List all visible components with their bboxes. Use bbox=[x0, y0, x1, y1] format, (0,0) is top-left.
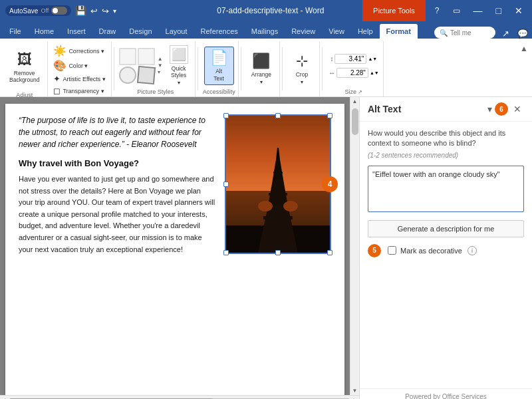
svg-rect-4 bbox=[263, 216, 293, 219]
panel-collapse-btn[interactable]: ▾ bbox=[485, 102, 495, 116]
scroll-thumb[interactable] bbox=[352, 108, 358, 135]
remove-bg-label: RemoveBackground bbox=[9, 70, 39, 83]
style-swatch-4[interactable] bbox=[137, 65, 156, 84]
style-swatch-1[interactable] bbox=[119, 48, 136, 65]
alt-text-icon: 📄 bbox=[210, 49, 228, 66]
generate-description-button[interactable]: Generate a description for me bbox=[368, 220, 524, 237]
handle-tm[interactable] bbox=[275, 113, 281, 118]
artistic-effects-button[interactable]: ✦ Artistic Effects ▾ bbox=[51, 73, 108, 84]
tab-mailings[interactable]: Mailings bbox=[245, 24, 285, 39]
height-up[interactable]: ▲▼ bbox=[368, 57, 377, 61]
handle-br[interactable] bbox=[327, 250, 332, 255]
scroll-down-styles[interactable]: ▼ bbox=[158, 63, 163, 68]
width-input[interactable] bbox=[336, 68, 368, 78]
crop-button[interactable]: ⊹ Crop ▾ bbox=[287, 50, 317, 88]
remove-background-button[interactable]: 🖼 RemoveBackground bbox=[4, 44, 45, 90]
tab-insert[interactable]: Insert bbox=[61, 24, 92, 39]
autosave-state: Off bbox=[41, 7, 49, 14]
scroll-up-styles[interactable]: ▲ bbox=[158, 56, 163, 62]
handle-bl[interactable] bbox=[223, 250, 229, 255]
color-button[interactable]: 🎨 Color ▾ bbox=[51, 59, 90, 72]
main-area: 4 “The purpose of life is to live it, to… bbox=[0, 97, 532, 399]
search-input[interactable] bbox=[450, 29, 490, 37]
corrections-icon: ☀️ bbox=[53, 45, 66, 57]
arrange-button[interactable]: ⬛ Arrange ▾ bbox=[246, 50, 277, 88]
tab-view[interactable]: View bbox=[322, 24, 351, 39]
ribbon-group-crop: ⊹ Crop ▾ bbox=[285, 41, 320, 96]
height-input[interactable] bbox=[334, 54, 366, 64]
ribbon-collapse-btn[interactable]: ▲ bbox=[517, 41, 531, 56]
window-help-icon[interactable]: ? bbox=[431, 5, 444, 17]
tab-home[interactable]: Home bbox=[28, 24, 61, 39]
size-expand[interactable]: ↗ bbox=[358, 89, 362, 95]
tab-references[interactable]: References bbox=[194, 24, 245, 39]
alt-text-panel: Alt Text ▾ 6 ✕ How would you describe th… bbox=[359, 97, 532, 399]
redo-icon[interactable]: ↪ bbox=[102, 6, 109, 16]
style-swatch-2[interactable] bbox=[138, 48, 155, 65]
handle-bm[interactable] bbox=[275, 250, 281, 255]
quick-styles-button[interactable]: ⬜ QuickStyles ▾ bbox=[166, 47, 192, 85]
accessibility-label: Accessibility bbox=[203, 87, 235, 96]
tab-help[interactable]: Help bbox=[351, 24, 380, 39]
more-styles[interactable]: ▾ bbox=[158, 69, 163, 75]
mark-decorative-row: 5 Mark as decorative i bbox=[368, 244, 524, 257]
share-icon[interactable]: ↗ bbox=[498, 29, 513, 39]
autosave-toggle[interactable]: AutoSave Off bbox=[5, 5, 71, 16]
tab-layout[interactable]: Layout bbox=[159, 24, 194, 39]
svg-marker-2 bbox=[273, 160, 283, 180]
width-up[interactable]: ▲▼ bbox=[370, 70, 379, 75]
transparency-label: Transparency ▾ bbox=[63, 88, 104, 94]
ribbon-collapse-icon[interactable]: ▭ bbox=[449, 5, 464, 17]
style-swatch-3[interactable] bbox=[119, 66, 136, 84]
ribbon-tabs: File Home Insert Draw Design Layout Refe… bbox=[0, 21, 532, 39]
tab-design[interactable]: Design bbox=[122, 24, 158, 39]
ribbon-toolbar: 🖼 RemoveBackground Adjust ☀️ Corrections… bbox=[0, 39, 532, 97]
window-close-btn[interactable]: ✕ bbox=[511, 4, 527, 17]
comments-icon[interactable]: 💬 bbox=[513, 29, 532, 39]
handle-tl[interactable] bbox=[223, 113, 229, 118]
autosave-label: AutoSave bbox=[9, 7, 38, 15]
search-icon: 🔍 bbox=[440, 29, 448, 37]
handle-ml[interactable] bbox=[223, 182, 229, 187]
arrange-icon: ⬛ bbox=[252, 53, 270, 70]
color-icon: 🎨 bbox=[53, 59, 66, 72]
image-container[interactable]: 4 bbox=[225, 114, 331, 254]
scroll-up-btn[interactable]: ▲ bbox=[351, 97, 359, 106]
powered-by-label: Powered by Office Services bbox=[405, 393, 487, 399]
window-maximize-btn[interactable]: □ bbox=[492, 4, 505, 17]
save-icon[interactable]: 💾 bbox=[75, 5, 86, 16]
more-icon[interactable]: ▾ bbox=[113, 7, 116, 15]
crop-content: ⊹ Crop ▾ bbox=[287, 41, 317, 94]
corrections-button[interactable]: ☀️ Corrections ▾ bbox=[51, 44, 107, 58]
title-bar-right: ? ▭ — □ ✕ bbox=[431, 4, 527, 17]
panel-header: Alt Text ▾ 6 ✕ bbox=[360, 97, 532, 122]
doc-scroll[interactable]: 4 “The purpose of life is to live it, to… bbox=[0, 97, 350, 395]
svg-point-8 bbox=[283, 201, 298, 211]
remove-bg-icon: 🖼 bbox=[17, 51, 32, 68]
alt-text-textarea[interactable]: "Eiffel tower with an orange cloudy sky" bbox=[368, 166, 524, 212]
vertical-scrollbar[interactable]: ▲ ▼ bbox=[350, 97, 359, 395]
ribbon-group-remove-bg: 🖼 RemoveBackground Adjust bbox=[1, 41, 48, 96]
tab-format[interactable]: Format bbox=[380, 24, 418, 39]
ribbon-group-content-remove-bg: 🖼 RemoveBackground bbox=[4, 41, 45, 90]
tab-draw[interactable]: Draw bbox=[92, 24, 123, 39]
ribbon-group-adjust-content: ☀️ Corrections ▾ 🎨 Color ▾ ✦ Artistic Ef… bbox=[51, 41, 108, 96]
transparency-button[interactable]: ◻ Transparency ▾ bbox=[51, 85, 106, 96]
sep4 bbox=[282, 47, 283, 90]
autosave-knob[interactable] bbox=[51, 7, 67, 15]
mark-decorative-info[interactable]: i bbox=[467, 246, 477, 255]
arrange-label: Arrange bbox=[251, 71, 271, 78]
document-area: 4 “The purpose of life is to live it, to… bbox=[0, 97, 359, 399]
mark-decorative-checkbox[interactable] bbox=[388, 246, 396, 255]
title-middle: 07-add-descriptive-text - Word bbox=[184, 6, 358, 15]
handle-tr[interactable] bbox=[327, 113, 332, 118]
search-box[interactable]: 🔍 bbox=[434, 27, 495, 39]
window-minimize-btn[interactable]: — bbox=[469, 4, 487, 17]
horizontal-scrollbar[interactable]: ◄ ► bbox=[0, 395, 359, 399]
scroll-down-btn[interactable]: ▼ bbox=[351, 386, 359, 395]
undo-icon[interactable]: ↩ bbox=[90, 6, 98, 16]
tab-file[interactable]: File bbox=[3, 24, 28, 39]
panel-close-btn[interactable]: ✕ bbox=[511, 102, 524, 116]
alt-text-button[interactable]: 📄 AltText bbox=[204, 47, 234, 85]
tab-review[interactable]: Review bbox=[285, 24, 322, 39]
